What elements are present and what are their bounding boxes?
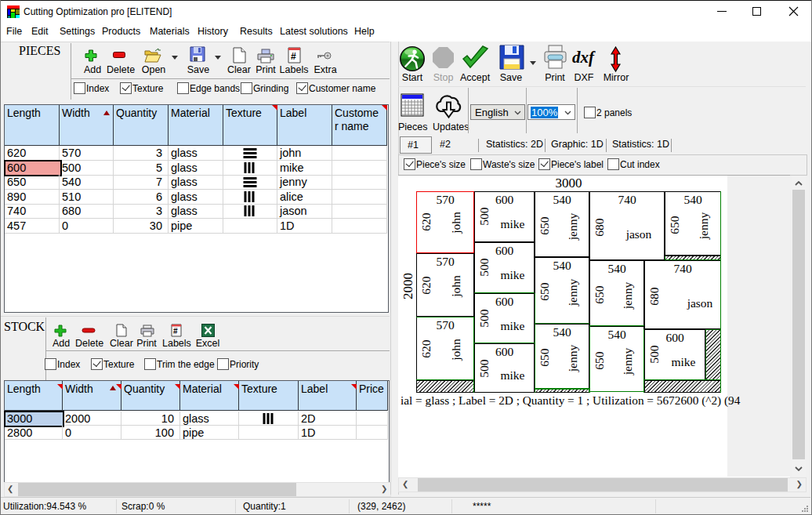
svg-text:#: # [291,51,296,62]
svg-text:#: # [173,327,178,335]
